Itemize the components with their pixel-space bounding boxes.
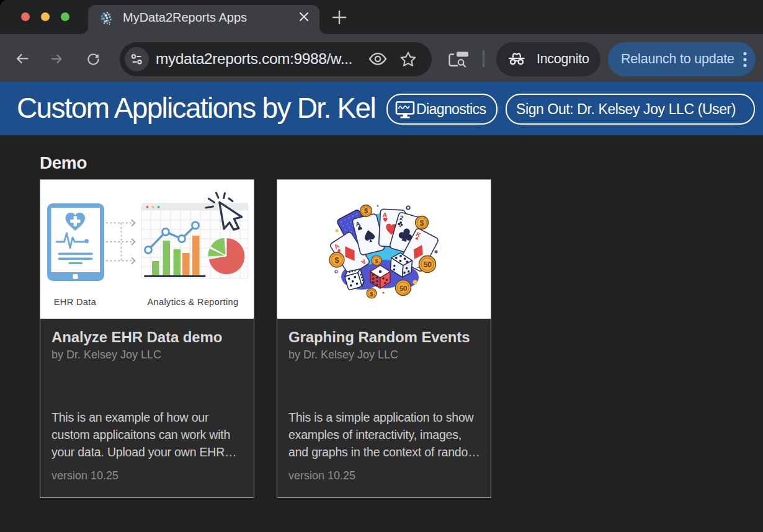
svg-text:50: 50	[424, 260, 432, 269]
svg-text:$: $	[420, 219, 424, 228]
svg-text:A: A	[382, 211, 388, 218]
svg-text:$: $	[370, 290, 373, 297]
svg-text:EHR Data: EHR Data	[54, 297, 97, 307]
svg-text:Analytics & Reporting: Analytics & Reporting	[147, 297, 238, 307]
svg-text:50: 50	[399, 285, 407, 292]
svg-text:$: $	[334, 255, 339, 265]
svg-text:$: $	[375, 257, 378, 264]
svg-text:$: $	[364, 207, 368, 215]
